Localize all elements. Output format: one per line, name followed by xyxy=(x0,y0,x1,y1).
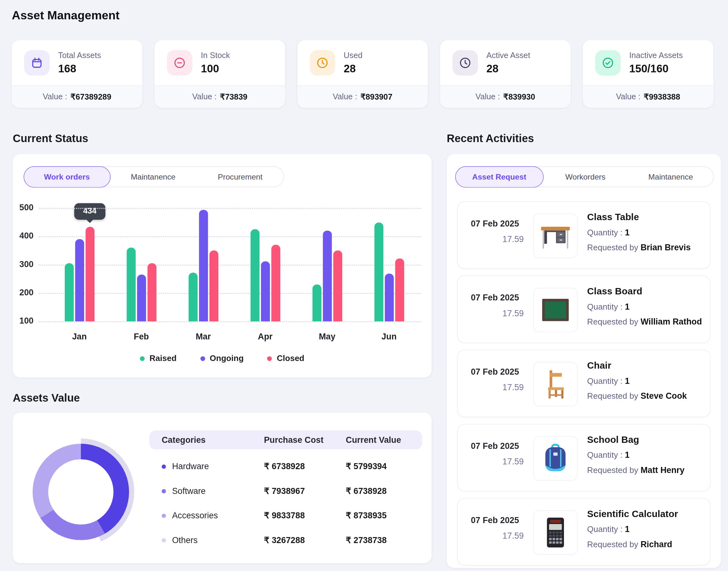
stat-card-active-asset: Active Asset 28 Value :₹839930 xyxy=(440,40,570,108)
bar-may-raised[interactable] xyxy=(312,284,321,321)
item-date: 07 Feb 2025 xyxy=(471,441,525,451)
bar-jan-raised[interactable] xyxy=(65,263,73,321)
category-dot xyxy=(162,538,166,542)
bar-mar-ongoing[interactable] xyxy=(199,210,208,321)
y-axis-tick: 200 xyxy=(13,288,34,298)
table-row: Others ₹ 3267288 ₹ 2738738 xyxy=(149,528,422,552)
item-requested-by: Requested byMatt Henry xyxy=(587,465,685,475)
item-quantity: Quantity :1 xyxy=(587,376,687,386)
activity-item-scientific-calculator[interactable]: 07 Feb 202517.59 Scientific Calculator Q… xyxy=(457,498,710,566)
column-header-categories: Categories xyxy=(149,435,264,445)
item-requested-by: Requested byWilliam Rathod xyxy=(587,317,702,327)
bar-mar-closed[interactable] xyxy=(209,250,218,321)
bar-jan-ongoing[interactable] xyxy=(75,239,84,321)
donut-chart-hole xyxy=(48,459,114,525)
stat-count: 28 xyxy=(344,62,362,75)
calendar-icon xyxy=(24,50,49,76)
recent-activities-card: Asset Request Workorders Maintanence 07 … xyxy=(447,154,721,568)
x-axis-label: Mar xyxy=(196,332,211,342)
workorders-bar-chart: 434 500400300200100JanFebMarAprMayJun xyxy=(13,187,432,376)
stat-label: Used xyxy=(344,51,362,60)
item-time: 17.59 xyxy=(471,309,525,319)
stat-card-inactive-assets: Inactive Assets 150/160 Value :₹9938388 xyxy=(583,40,713,108)
x-axis-label: Jun xyxy=(382,332,397,342)
item-name: Scientific Calculator xyxy=(587,508,678,519)
bar-apr-ongoing[interactable] xyxy=(261,261,270,321)
chart-legend: Raised Ongoing Closed xyxy=(13,353,432,363)
clock-icon xyxy=(310,50,335,76)
item-time: 17.59 xyxy=(471,383,525,393)
stat-label: Total Assets xyxy=(58,51,101,60)
tab-asset-request[interactable]: Asset Request xyxy=(455,166,544,188)
table-header-row: Categories Purchase Cost Current Value xyxy=(149,431,422,450)
item-time: 17.59 xyxy=(471,234,525,244)
chair-image xyxy=(533,362,578,407)
minus-circle-icon xyxy=(167,50,192,76)
legend-item-ongoing[interactable]: Ongoing xyxy=(200,353,244,363)
legend-dot xyxy=(140,356,145,361)
item-requested-by: Requested bySteve Cook xyxy=(587,391,687,401)
item-name: School Bag xyxy=(587,434,685,445)
tab-workorders[interactable]: Workorders xyxy=(543,167,628,187)
tab-maintanence[interactable]: Maintanence xyxy=(110,167,197,187)
stat-label: Active Asset xyxy=(487,51,530,60)
bar-feb-raised[interactable] xyxy=(126,248,135,321)
stat-card-used: Used 28 Value :₹893907 xyxy=(297,40,428,108)
item-date: 07 Feb 2025 xyxy=(471,516,525,525)
check-circle-icon xyxy=(595,50,620,76)
stat-value: Value :₹893907 xyxy=(297,86,428,108)
bar-feb-closed[interactable] xyxy=(147,263,156,321)
stat-label: Inactive Assets xyxy=(629,51,683,60)
activity-item-class-table[interactable]: 07 Feb 202517.59 Class Table Quantity :1… xyxy=(457,202,710,269)
column-header-purchase-cost: Purchase Cost xyxy=(264,435,346,445)
stat-label: In Stock xyxy=(201,51,230,60)
legend-item-closed[interactable]: Closed xyxy=(267,353,304,363)
stat-value: Value :₹9938388 xyxy=(583,86,713,108)
item-time: 17.59 xyxy=(471,457,525,467)
item-date: 07 Feb 2025 xyxy=(471,367,525,377)
activity-item-class-board[interactable]: 07 Feb 202517.59 Class Board Quantity :1… xyxy=(457,275,710,343)
current-status-title: Current Status xyxy=(13,132,88,145)
bar-may-closed[interactable] xyxy=(333,250,342,321)
x-axis-label: Jan xyxy=(72,332,87,342)
bar-jun-raised[interactable] xyxy=(374,223,383,321)
activity-item-school-bag[interactable]: 07 Feb 202517.59 School Bag Quantity :1 … xyxy=(457,424,710,491)
bar-apr-raised[interactable] xyxy=(250,229,259,321)
tab-procurement[interactable]: Procurement xyxy=(197,167,284,187)
y-axis-tick: 100 xyxy=(13,316,34,326)
item-quantity: Quantity :1 xyxy=(587,450,685,460)
bar-jun-closed[interactable] xyxy=(395,258,404,321)
y-axis-tick: 300 xyxy=(13,259,34,269)
x-axis-label: Apr xyxy=(258,332,273,342)
bar-jun-ongoing[interactable] xyxy=(385,274,394,321)
table-row: Accessories ₹ 9833788 ₹ 8738935 xyxy=(149,503,422,528)
category-dot xyxy=(162,464,166,469)
chart-tooltip: 434 xyxy=(74,203,105,220)
class-table-image xyxy=(533,214,578,258)
column-header-current-value: Current Value xyxy=(346,435,422,445)
bar-feb-ongoing[interactable] xyxy=(137,274,146,321)
stat-value: Value :₹67389289 xyxy=(12,86,142,108)
class-board-image xyxy=(533,288,578,332)
stat-count: 100 xyxy=(201,62,230,75)
bar-may-ongoing[interactable] xyxy=(323,231,332,321)
category-dot xyxy=(162,489,166,493)
tab-work-orders[interactable]: Work orders xyxy=(23,166,110,188)
bar-jan-closed[interactable] xyxy=(85,227,94,321)
gridline xyxy=(39,264,421,265)
item-name: Chair xyxy=(587,360,687,371)
legend-item-raised[interactable]: Raised xyxy=(140,353,177,363)
legend-dot xyxy=(200,356,205,361)
activity-item-chair[interactable]: 07 Feb 202517.59 Chair Quantity :1 Reque… xyxy=(457,350,710,417)
y-axis-tick: 500 xyxy=(13,203,34,213)
page-title: Asset Management xyxy=(12,9,119,22)
gridline xyxy=(39,208,421,209)
school-bag-image xyxy=(533,436,578,481)
gridline xyxy=(39,236,421,237)
bar-apr-closed[interactable] xyxy=(271,245,280,321)
current-status-card: Work orders Maintanence Procurement 434 … xyxy=(13,154,432,378)
bar-mar-raised[interactable] xyxy=(189,272,197,321)
table-row: Hardware ₹ 6738928 ₹ 5799394 xyxy=(149,454,422,479)
stat-value: Value :₹839930 xyxy=(440,86,570,108)
tab-maintanence-right[interactable]: Maintanence xyxy=(628,167,713,187)
